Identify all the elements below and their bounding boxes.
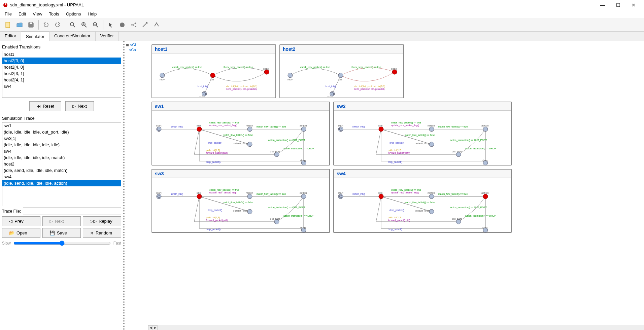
minimize-button[interactable]: —	[595, 0, 610, 10]
menu-options[interactable]: Options	[63, 10, 84, 17]
next-trace-button[interactable]: ▷Next	[42, 216, 81, 226]
scroll-right-icon[interactable]: ▶	[153, 325, 158, 330]
slow-label: Slow	[2, 241, 11, 246]
zoom-icon[interactable]	[67, 20, 78, 30]
enabled-transitions-list[interactable]: host1 host2[3, 0] host2[4, 0] host2[3, 1…	[2, 51, 121, 98]
svg-text:drop_packet(): drop_packet()	[389, 209, 404, 212]
svg-point-23	[264, 70, 269, 74]
svg-point-18	[135, 26, 136, 27]
new-file-icon[interactable]	[3, 20, 13, 30]
next-transition-button[interactable]: ▷Next	[65, 101, 94, 111]
svg-point-59	[301, 127, 306, 132]
svg-text:out_port: out_port	[270, 150, 280, 153]
menu-edit[interactable]: Edit	[15, 10, 29, 17]
tree-global[interactable]: ⊞ <Gl	[126, 42, 146, 47]
edge-icon[interactable]	[140, 20, 150, 30]
trace-item[interactable]: sw4	[2, 174, 121, 180]
close-button[interactable]: ✕	[626, 0, 641, 10]
svg-text:match: match	[428, 124, 435, 127]
reset-button[interactable]: ⏮Reset	[29, 101, 61, 111]
svg-text:action_instruction() == OUT_PO: action_instruction() == OUT_PORT	[268, 139, 305, 142]
simulation-trace-list[interactable]: sw1 (idle, idle, idle, idle, out_port, i…	[2, 122, 121, 206]
trace-item[interactable]: host2	[2, 161, 121, 167]
svg-rect-2	[6, 22, 10, 28]
svg-text:start: start	[338, 191, 343, 194]
trace-item[interactable]: sw4	[2, 148, 121, 154]
svg-point-37	[338, 73, 343, 78]
speed-slider[interactable]	[13, 241, 111, 246]
transition-item[interactable]: host2[3, 1]	[2, 70, 121, 77]
menu-bar: File Edit View Tools Options Help	[0, 10, 644, 18]
transition-item[interactable]: host2[3, 0]	[2, 58, 121, 64]
zoom-in-icon[interactable]	[79, 20, 90, 30]
trace-item[interactable]: (idle, send, idle, idle, idle, action)	[2, 180, 121, 186]
svg-point-13	[120, 23, 125, 27]
svg-point-122	[247, 209, 252, 214]
menu-help[interactable]: Help	[84, 10, 100, 17]
random-button[interactable]: ⤭Random	[83, 228, 121, 238]
redo-icon[interactable]	[52, 20, 63, 30]
svg-text:default_drop: default_drop	[233, 209, 248, 212]
trace-item[interactable]: (idle, idle, idle, idle, idle, idle)	[2, 142, 121, 148]
trace-item[interactable]: (idle, idle, idle, idle, out_port, idle)	[2, 129, 121, 135]
diagram-panel[interactable]: host1 recv idle	[148, 41, 644, 330]
svg-point-120	[247, 194, 252, 199]
scroll-left-icon[interactable]: ◀	[148, 325, 153, 330]
play-icon: ▷	[72, 104, 76, 109]
transition-item[interactable]: sw4	[2, 83, 121, 89]
svg-text:out_port: out_port	[452, 217, 462, 220]
save-file-icon[interactable]	[26, 20, 36, 30]
trace-item[interactable]: (idle, idle, idle, idle, idle, match)	[2, 154, 121, 161]
tab-simulator[interactable]: Simulator	[21, 32, 49, 41]
svg-point-91	[429, 142, 434, 147]
svg-text:action_instruction() == OUT_PO: action_instruction() == OUT_PORT	[268, 206, 305, 209]
trace-file-input[interactable]	[23, 208, 121, 215]
undo-icon[interactable]	[41, 20, 52, 30]
window-title: sdn_diamond_topology.xml - UPPAAL	[10, 2, 595, 7]
svg-point-88	[379, 127, 383, 132]
menu-file[interactable]: File	[1, 10, 15, 17]
svg-line-7	[85, 26, 87, 27]
open-file-icon[interactable]	[14, 20, 25, 30]
nail-icon[interactable]	[151, 20, 162, 30]
svg-text:check_recv_packet() == true: check_recv_packet() == true	[300, 66, 330, 69]
transition-item[interactable]: host2[4, 0]	[2, 64, 121, 70]
tab-editor[interactable]: Editor	[0, 32, 21, 41]
horizontal-scrollbar[interactable]: ◀ ▶	[148, 325, 644, 330]
transition-item[interactable]: host1	[2, 51, 121, 58]
zoom-out-icon[interactable]	[90, 20, 101, 30]
branch-icon[interactable]	[128, 20, 139, 30]
svg-point-38	[392, 70, 397, 74]
svg-text:check_recv_packet() == true: check_recv_packet() == true	[209, 189, 239, 191]
diagram-sw1: sw1 start idle match action default_drop…	[151, 102, 330, 166]
pointer-icon[interactable]	[105, 20, 116, 30]
svg-text:idle: idle	[378, 124, 383, 127]
menu-tools[interactable]: Tools	[45, 10, 62, 17]
prev-button[interactable]: ◁Prev	[2, 216, 40, 226]
tab-concrete-simulator[interactable]: ConcreteSimulator	[49, 32, 96, 41]
svg-text:match_flow_table2() == true: match_flow_table2() == true	[438, 125, 468, 128]
transition-item[interactable]: host2[4, 1]	[2, 77, 121, 83]
next-icon: ▷	[49, 219, 53, 224]
maximize-button[interactable]: ☐	[610, 0, 626, 10]
menu-view[interactable]: View	[29, 10, 45, 17]
tab-verifier[interactable]: Verifier	[96, 32, 119, 41]
replay-button[interactable]: ▷▷Replay	[83, 216, 121, 226]
save-trace-button[interactable]: 💾Save	[42, 228, 81, 238]
tree-panel: ⊞ <Gl <Co	[125, 41, 148, 330]
svg-line-15	[133, 23, 135, 25]
location-icon[interactable]	[117, 20, 128, 30]
svg-point-151	[429, 194, 434, 199]
svg-point-117	[157, 194, 161, 199]
open-trace-button[interactable]: 📂Open	[2, 228, 40, 238]
svg-text:update_recv_packet_flag(): update_recv_packet_flag()	[209, 124, 237, 127]
tree-const[interactable]: <Co	[126, 47, 146, 52]
svg-text:match: match	[246, 191, 253, 194]
random-icon: ⤭	[90, 230, 94, 235]
trace-item[interactable]: (idle, send, idle, idle, idle, match)	[2, 167, 121, 174]
svg-point-148	[338, 194, 343, 199]
trace-item[interactable]: sw3[1]	[2, 135, 121, 142]
svg-point-152	[483, 194, 488, 199]
svg-point-150	[379, 194, 383, 199]
trace-item[interactable]: sw1	[2, 122, 121, 129]
